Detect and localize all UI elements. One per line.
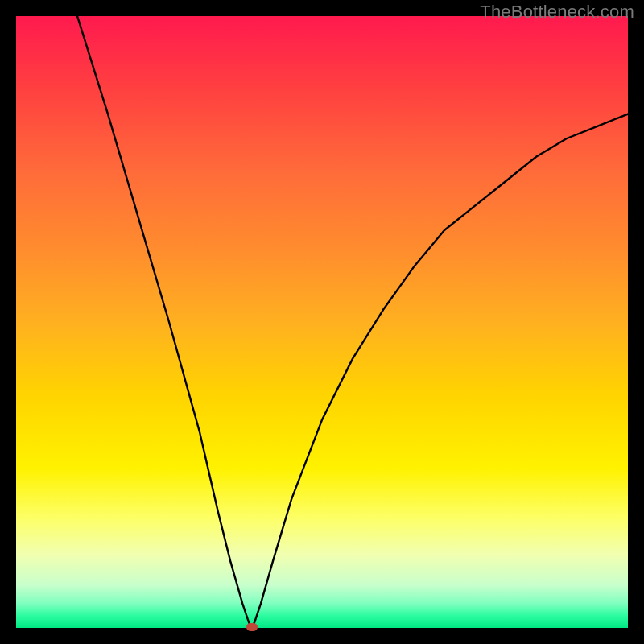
chart-plot-area <box>16 16 628 628</box>
watermark-text: TheBottleneck.com <box>480 2 634 23</box>
optimum-marker <box>246 623 258 631</box>
bottleneck-curve <box>16 16 628 628</box>
